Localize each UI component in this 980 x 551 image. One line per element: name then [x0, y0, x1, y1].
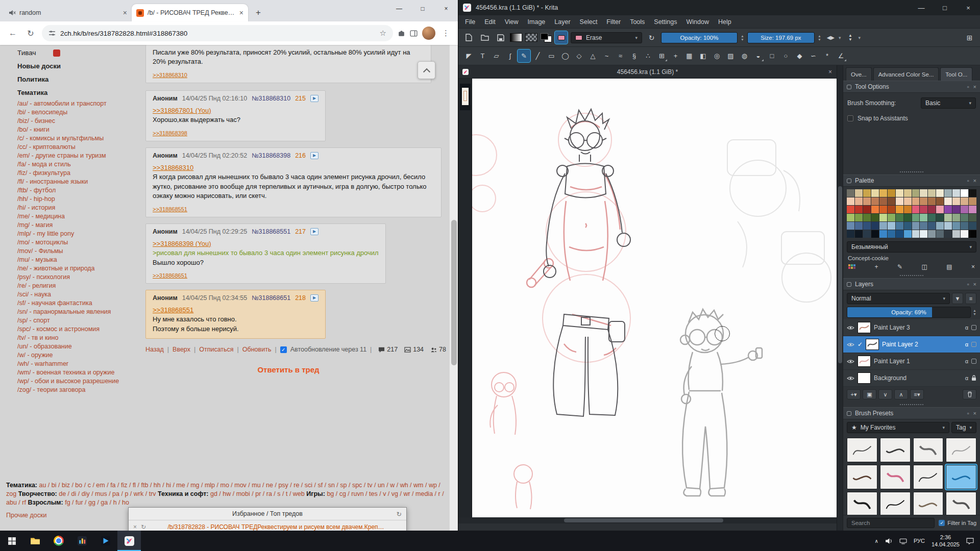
- palette-select[interactable]: Безымянный▾: [847, 241, 976, 253]
- add-color-icon[interactable]: +: [874, 263, 878, 270]
- palette-swatch[interactable]: [904, 197, 912, 205]
- collapsed-docker-strip[interactable]: [458, 79, 472, 517]
- gradient-tool[interactable]: ◧: [697, 49, 709, 62]
- post-number-link[interactable]: №318868398: [252, 152, 290, 159]
- brand-badge-icon[interactable]: [53, 49, 60, 57]
- post-expand-button[interactable]: ▶: [310, 228, 318, 235]
- opacity-slider[interactable]: Opacity: 100%: [661, 32, 738, 43]
- palette-swatch[interactable]: [944, 222, 952, 230]
- footer-board-links[interactable]: de / di / diy / mus / pa / p / wrk / trv: [59, 490, 158, 497]
- palette-swatch[interactable]: [863, 214, 871, 221]
- brush-preset[interactable]: [946, 465, 976, 489]
- move-layer-down-button[interactable]: ∨: [878, 389, 892, 399]
- foreground-background-colors[interactable]: [541, 33, 552, 42]
- brush-preset[interactable]: [946, 438, 976, 462]
- rectangle-tool[interactable]: ▭: [545, 49, 558, 62]
- board-link[interactable]: /wp/ - обои и высокое разрешение: [17, 377, 132, 386]
- overview-thumbnail[interactable]: [460, 84, 471, 110]
- palette-swatch[interactable]: [896, 189, 903, 197]
- palette-swatch[interactable]: [896, 230, 903, 238]
- palette-swatch[interactable]: [879, 206, 887, 213]
- brush-preset[interactable]: [913, 465, 944, 489]
- backlink[interactable]: >>318868398: [153, 130, 187, 136]
- polygon-select-tool[interactable]: ◆: [793, 49, 806, 62]
- palette-swatch[interactable]: [888, 222, 895, 230]
- palette-swatch[interactable]: [944, 197, 952, 205]
- layer-visibility-icon[interactable]: [847, 325, 854, 331]
- board-link[interactable]: /mo/ - мотоциклы: [17, 238, 132, 247]
- palette-swatch[interactable]: [936, 230, 944, 238]
- preset-tag-select[interactable]: ★ My Favorites▾: [847, 422, 949, 433]
- palette-swatch[interactable]: [952, 222, 960, 230]
- tray-chevron-icon[interactable]: ∧: [875, 538, 878, 544]
- palette-swatch[interactable]: [855, 189, 863, 197]
- browser-tab-thread[interactable]: /b/ - РИСОВАЧ ТРЕД Реквести ×: [132, 4, 248, 21]
- palette-swatch[interactable]: [871, 222, 879, 230]
- brush-preset[interactable]: [847, 465, 877, 489]
- open-document-icon[interactable]: [478, 31, 491, 44]
- move-layer-up-button[interactable]: ∧: [894, 389, 908, 399]
- maximize-button[interactable]: □: [411, 0, 434, 17]
- post-number-link[interactable]: №318868310: [252, 95, 290, 102]
- palette-swatch[interactable]: [855, 214, 863, 221]
- refresh-favorite-icon[interactable]: ↻: [141, 523, 146, 531]
- palette-swatch[interactable]: [904, 230, 912, 238]
- start-button[interactable]: [0, 531, 23, 551]
- close-docker-icon[interactable]: ×: [973, 84, 976, 90]
- palette-swatch[interactable]: [936, 222, 944, 230]
- tag-button[interactable]: Tag▾: [951, 422, 976, 433]
- palette-swatch[interactable]: [952, 230, 960, 238]
- palette-swatch[interactable]: [936, 189, 944, 197]
- layer-opacity-slider[interactable]: Opacity: 69%: [847, 307, 971, 318]
- close-button[interactable]: ×: [957, 0, 980, 15]
- palette-swatch[interactable]: [920, 189, 927, 197]
- close-docker-icon[interactable]: ×: [973, 281, 976, 287]
- reply-ref-link[interactable]: >>318868551: [153, 306, 193, 314]
- board-link[interactable]: /wm/ - военная техника и оружие: [17, 368, 132, 377]
- palette-swatch[interactable]: [855, 206, 863, 213]
- bookmark-star-icon[interactable]: ☆: [380, 29, 386, 38]
- footer-board-links[interactable]: gd / hw / mobi / pr / ra / s / t / web: [210, 490, 306, 497]
- snap-to-assistants-checkbox[interactable]: [847, 115, 853, 121]
- board-link[interactable]: /tv/ - тв и кино: [17, 334, 132, 342]
- board-link[interactable]: /bi/ - велосипеды: [17, 108, 132, 117]
- new-tab-button[interactable]: +: [251, 6, 265, 20]
- board-link[interactable]: /mu/ - музыка: [17, 256, 132, 264]
- calligraphy-tool[interactable]: ʃ: [504, 49, 517, 62]
- close-button[interactable]: ×: [434, 0, 458, 17]
- board-link[interactable]: /fiz/ - физкультура: [17, 169, 132, 178]
- palette-swatch[interactable]: [944, 189, 952, 197]
- board-link[interactable]: /hi/ - история: [17, 204, 132, 212]
- palette-swatch[interactable]: [896, 197, 903, 205]
- palette-swatch[interactable]: [920, 206, 927, 213]
- brush-preset[interactable]: [913, 492, 944, 515]
- float-docker-icon[interactable]: ▫: [967, 410, 969, 416]
- board-link[interactable]: /au/ - автомобили и транспорт: [17, 99, 132, 108]
- thread-nav-3[interactable]: Обновить: [242, 346, 272, 353]
- board-link[interactable]: /c/ - комиксы и мультфильмы: [17, 134, 132, 143]
- palette-swatch[interactable]: [888, 206, 895, 213]
- freehand-brush-tool[interactable]: ✎: [518, 49, 530, 62]
- board-link[interactable]: /re/ - религия: [17, 282, 132, 290]
- palette-swatch[interactable]: [855, 197, 863, 205]
- volume-icon[interactable]: [885, 538, 893, 544]
- brush-preset-combo[interactable]: Erase ▾: [571, 32, 642, 43]
- lock-icon[interactable]: [971, 375, 976, 381]
- brush-preset[interactable]: [946, 492, 976, 515]
- board-link[interactable]: /biz/ - бизнес: [17, 117, 132, 126]
- reload-icon[interactable]: ↻: [24, 27, 37, 40]
- palette-swatch[interactable]: [847, 197, 854, 205]
- palette-swatch[interactable]: [961, 206, 968, 213]
- palette-swatch[interactable]: [952, 189, 960, 197]
- layer-visibility-icon[interactable]: [847, 342, 854, 347]
- url-bar[interactable]: 2ch.hk/b/res/318782828.html#318867380 ☆: [42, 25, 393, 41]
- palette-swatch[interactable]: [904, 222, 912, 230]
- tab-close-icon[interactable]: ×: [123, 9, 127, 17]
- ellipse-select-tool[interactable]: ○: [779, 49, 792, 62]
- board-link[interactable]: /sci/ - наука: [17, 290, 132, 299]
- palette-swatch[interactable]: [888, 189, 895, 197]
- back-icon[interactable]: ←: [6, 27, 19, 40]
- palette-swatch[interactable]: [847, 214, 854, 221]
- brush-preset[interactable]: [847, 492, 877, 515]
- board-link[interactable]: /ftb/ - футбол: [17, 186, 132, 195]
